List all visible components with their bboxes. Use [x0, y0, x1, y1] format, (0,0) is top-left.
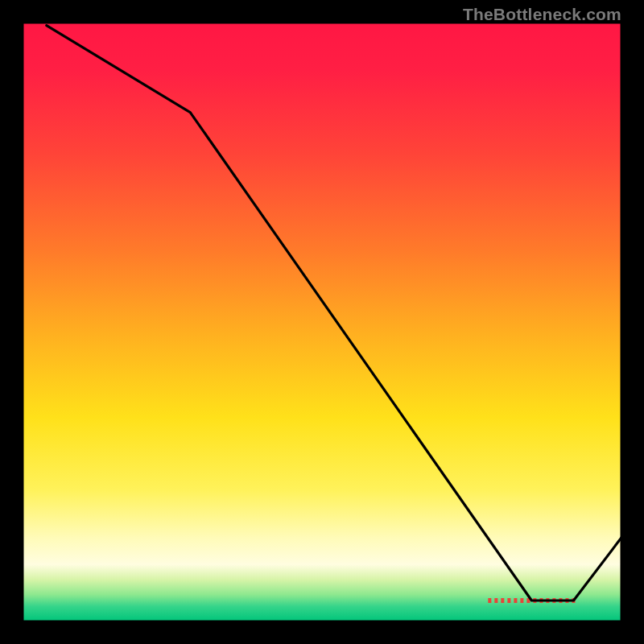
svg-rect-0 [488, 598, 491, 603]
svg-rect-2 [501, 598, 504, 603]
bottleneck-chart: TheBottleneck.com [0, 0, 644, 644]
svg-rect-5 [520, 598, 523, 603]
svg-rect-4 [514, 598, 517, 603]
svg-rect-3 [507, 598, 510, 603]
chart-svg [0, 0, 644, 644]
chart-plot-bg [23, 23, 621, 621]
svg-rect-1 [494, 598, 497, 603]
watermark-text: TheBottleneck.com [463, 5, 621, 24]
